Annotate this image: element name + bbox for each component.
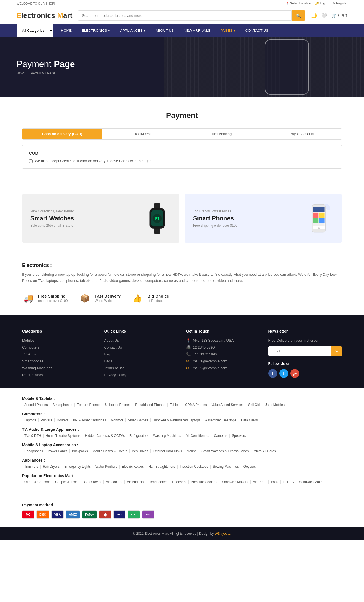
link-hair-dryers[interactable]: Hair Dryers <box>41 465 62 469</box>
promo-smartwatch[interactable]: New Collections, New Trendy Smart Watche… <box>22 194 179 243</box>
newsletter-email-input[interactable] <box>268 346 331 356</box>
link-smartwatch-bands[interactable]: Smart Watches & Fitness Bands <box>199 449 251 453</box>
link-refurbished[interactable]: Refurbished Phones <box>133 403 168 407</box>
link-value-added[interactable]: Value Added Services <box>209 403 246 407</box>
link-headphones[interactable]: Headphones <box>22 449 46 453</box>
cart-button[interactable]: 🛒 Cart <box>332 13 347 18</box>
twitter-icon[interactable]: t <box>279 369 288 378</box>
footer-cat-smartphones[interactable]: Smartphones <box>22 359 43 363</box>
link-sandwich-makers2[interactable]: Sandwich Makers <box>297 480 328 484</box>
footer-link-help[interactable]: Help <box>104 352 112 356</box>
link-speakers[interactable]: Speakers <box>230 434 248 438</box>
link-hard-disks[interactable]: External Hard Disks <box>151 449 184 453</box>
link-mouse[interactable]: Mouse <box>184 449 199 453</box>
link-data-cards[interactable]: Data Cards <box>239 418 260 422</box>
link-induction[interactable]: Induction Cooktops <box>178 465 211 469</box>
link-pen-drives[interactable]: Pen Drives <box>130 449 151 453</box>
nav-home[interactable]: HOME <box>56 25 77 36</box>
link-video-games[interactable]: Video Games <box>126 418 151 422</box>
link-pressure-cookers[interactable]: Pressure Cookers <box>189 480 220 484</box>
login-link[interactable]: 🔑 Log In <box>315 2 328 5</box>
nav-appliances[interactable]: APPLIANCES ▾ <box>115 25 151 36</box>
link-cdma[interactable]: CDMA Phones <box>183 403 209 407</box>
nav-electronics[interactable]: ELECTRONICS ▾ <box>77 25 115 36</box>
footer-cat-computers[interactable]: Computers <box>22 345 40 349</box>
link-geysers[interactable]: Geysers <box>241 465 258 469</box>
link-assembled[interactable]: Assembled Desktops <box>203 418 239 422</box>
footer-link-terms[interactable]: Terms of use <box>104 366 125 370</box>
link-cameras[interactable]: Cameras <box>212 434 230 438</box>
link-unboxed-phones[interactable]: Unboxed Phones <box>103 403 133 407</box>
link-sandwich-makers[interactable]: Sandwich Makers <box>220 480 251 484</box>
tab-credit[interactable]: Credit/Debit <box>102 129 182 139</box>
footer-link-about[interactable]: About Us <box>104 338 119 343</box>
link-cctv[interactable]: Hidden Cameras & CCTVs <box>83 434 127 438</box>
footer-cat-washing[interactable]: Washing Machines <box>22 366 52 370</box>
link-unboxed-laptops[interactable]: Unboxed & Refurbished Laptops <box>151 418 203 422</box>
link-tablets[interactable]: Tablets <box>168 403 183 407</box>
link-routers[interactable]: Routers <box>55 418 71 422</box>
link-gas-stoves[interactable]: Gas Stoves <box>82 480 104 484</box>
tab-netbanking[interactable]: Net Banking <box>182 129 262 139</box>
link-home-theatre[interactable]: Home Theatre Systems <box>44 434 83 438</box>
wishlist-icon[interactable]: 🤍 <box>321 13 327 19</box>
link-emergency-lights[interactable]: Emergency Lights <box>62 465 93 469</box>
link-microsd[interactable]: MicroSD Cards <box>251 449 278 453</box>
link-cases[interactable]: Mobile Cases & Covers <box>90 449 130 453</box>
link-washing[interactable]: Washing Machines <box>151 434 183 438</box>
link-coupons[interactable]: Offers & Coupons <box>22 480 53 484</box>
theme-toggle-icon[interactable]: 🌙 <box>311 13 317 19</box>
link-printers[interactable]: Printers <box>39 418 55 422</box>
nav-contact[interactable]: CONTACT US <box>240 25 273 36</box>
link-headphones2[interactable]: Headphones <box>146 480 170 484</box>
link-feature-phones[interactable]: Feature Phones <box>75 403 103 407</box>
googleplus-icon[interactable]: g+ <box>290 369 299 378</box>
link-ink[interactable]: Ink & Toner Cartridges <box>71 418 108 422</box>
link-android[interactable]: Android Phones <box>22 403 50 407</box>
link-sell-old[interactable]: Sell Old <box>246 403 262 407</box>
promo-smartphone[interactable]: Top Brands, lowest Prices Smart Phones F… <box>185 194 342 243</box>
copyright-brand[interactable]: W3layouts. <box>215 532 231 536</box>
footer-link-contact[interactable]: Contact Us <box>104 345 122 349</box>
tab-paypal[interactable]: Paypal Account <box>262 129 342 139</box>
link-power-banks[interactable]: Power Banks <box>46 449 70 453</box>
link-kettles[interactable]: Electric Kettles <box>120 465 146 469</box>
footer-cat-mobiles[interactable]: Mobiles <box>22 338 34 343</box>
footer-link-privacy[interactable]: Privacy Policy <box>104 373 127 377</box>
link-led-tv[interactable]: LED TV <box>281 480 297 484</box>
footer-cat-refrigerators[interactable]: Refrigerators <box>22 373 43 377</box>
link-ac[interactable]: Air Conditioners <box>183 434 212 438</box>
tab-cod[interactable]: Cash on delivery (COD) <box>22 129 102 139</box>
select-location[interactable]: 📍 Select Location <box>285 2 311 5</box>
link-air-friers[interactable]: Air Friers <box>251 480 269 484</box>
link-smartphones[interactable]: Smartphones <box>50 403 74 407</box>
cod-checkbox[interactable] <box>29 159 33 163</box>
nav-about[interactable]: ABOUT US <box>151 25 179 36</box>
nav-pages[interactable]: PAGES ▾ <box>215 25 240 36</box>
footer-cat-tv[interactable]: TV, Audio <box>22 352 37 356</box>
facebook-icon[interactable]: f <box>268 369 277 378</box>
footer-link-faqs[interactable]: Faqs <box>104 359 112 363</box>
logo[interactable]: Electronics Mart <box>17 11 72 20</box>
link-tvs[interactable]: TVs & DTH <box>22 434 44 438</box>
link-trimmers[interactable]: Trimmers <box>22 465 41 469</box>
link-straighteners[interactable]: Hair Straighteners <box>146 465 178 469</box>
link-headsets[interactable]: Headsets <box>170 480 189 484</box>
link-backpacks[interactable]: Backpacks <box>70 449 90 453</box>
link-laptops[interactable]: Laptops <box>22 418 39 422</box>
register-link[interactable]: ✎ Register <box>333 2 347 5</box>
search-input[interactable] <box>78 10 292 21</box>
link-couple-watches[interactable]: Couple Watches <box>53 480 82 484</box>
link-air-purifiers[interactable]: Air Purifiers <box>125 480 146 484</box>
link-irons[interactable]: Irons <box>269 480 281 484</box>
link-used-mobiles[interactable]: Used Mobiles <box>262 403 287 407</box>
breadcrumb-home[interactable]: HOME <box>17 71 26 75</box>
newsletter-submit-button[interactable]: ➤ <box>331 346 342 356</box>
link-sewing[interactable]: Sewing Machines <box>211 465 241 469</box>
link-refrigerators[interactable]: Refrigerators <box>127 434 151 438</box>
category-select[interactable]: All Categories Electronics Appliances Mo… <box>17 24 53 37</box>
link-monitors[interactable]: Monitors <box>108 418 126 422</box>
nav-new-arrivals[interactable]: NEW ARRIVALS <box>179 25 215 36</box>
link-water-purifiers[interactable]: Water Purifiers <box>93 465 120 469</box>
search-button[interactable]: 🔍 <box>292 10 305 21</box>
